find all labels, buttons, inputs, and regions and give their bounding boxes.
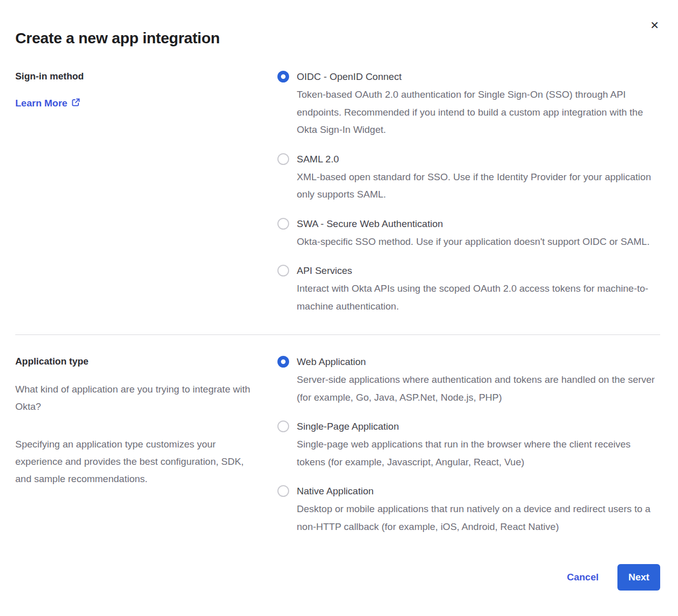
option-label-web-application: Web Application <box>297 355 660 368</box>
option-desc-native-application: Desktop or mobile applications that run … <box>297 500 660 536</box>
application-type-explanation: Specifying an application type customize… <box>15 436 260 488</box>
radio-saml[interactable] <box>277 153 289 165</box>
learn-more-link[interactable]: Learn More <box>15 97 80 109</box>
page-title: Create a new app integration <box>15 30 660 47</box>
option-desc-saml: XML-based open standard for SSO. Use if … <box>297 169 660 204</box>
radio-swa[interactable] <box>277 218 289 230</box>
section-application-type: Application type What kind of applicatio… <box>15 355 660 536</box>
close-icon: ✕ <box>650 19 659 31</box>
radio-option-single-page-application[interactable]: Single-Page Application Single-page web … <box>277 420 660 471</box>
application-type-heading: Application type <box>15 355 260 368</box>
cancel-button[interactable]: Cancel <box>567 572 599 583</box>
option-desc-swa: Okta-specific SSO method. Use if your ap… <box>297 233 660 251</box>
create-app-integration-dialog: ✕ Create a new app integration Sign-in m… <box>0 0 678 616</box>
option-label-swa: SWA - Secure Web Authentication <box>297 217 660 230</box>
radio-oidc[interactable] <box>277 71 289 82</box>
option-label-oidc: OIDC - OpenID Connect <box>297 70 660 83</box>
option-desc-single-page-application: Single-page web applications that run in… <box>297 436 660 471</box>
option-label-api-services: API Services <box>297 264 660 277</box>
radio-option-swa[interactable]: SWA - Secure Web Authentication Okta-spe… <box>277 217 660 251</box>
application-type-question: What kind of application are you trying … <box>15 381 260 415</box>
application-type-left-column: Application type What kind of applicatio… <box>15 355 260 488</box>
external-link-icon <box>71 98 80 109</box>
next-button[interactable]: Next <box>617 564 660 591</box>
radio-web-application[interactable] <box>277 356 289 368</box>
radio-single-page-application[interactable] <box>277 421 289 432</box>
close-button[interactable]: ✕ <box>646 17 663 34</box>
radio-option-web-application[interactable]: Web Application Server-side applications… <box>277 355 660 406</box>
section-divider <box>15 334 660 335</box>
learn-more-label: Learn More <box>15 98 67 109</box>
section-sign-in-method: Sign-in method Learn More OIDC - OpenID … <box>15 70 660 315</box>
radio-option-saml[interactable]: SAML 2.0 XML-based open standard for SSO… <box>277 153 660 204</box>
dialog-footer: Cancel Next <box>15 564 660 591</box>
radio-api-services[interactable] <box>277 265 289 276</box>
sign-in-method-heading: Sign-in method <box>15 70 260 82</box>
option-label-saml: SAML 2.0 <box>297 153 660 165</box>
application-type-options: Web Application Server-side applications… <box>277 355 660 536</box>
radio-native-application[interactable] <box>277 485 289 497</box>
sign-in-method-options: OIDC - OpenID Connect Token-based OAuth … <box>277 70 660 315</box>
radio-option-native-application[interactable]: Native Application Desktop or mobile app… <box>277 485 660 536</box>
option-desc-oidc: Token-based OAuth 2.0 authentication for… <box>297 86 660 139</box>
radio-option-api-services[interactable]: API Services Interact with Okta APIs usi… <box>277 264 660 315</box>
option-desc-web-application: Server-side applications where authentic… <box>297 371 660 406</box>
radio-option-oidc[interactable]: OIDC - OpenID Connect Token-based OAuth … <box>277 70 660 139</box>
option-desc-api-services: Interact with Okta APIs using the scoped… <box>297 280 660 315</box>
option-label-single-page-application: Single-Page Application <box>297 420 660 433</box>
sign-in-method-left-column: Sign-in method Learn More <box>15 70 260 109</box>
option-label-native-application: Native Application <box>297 485 660 497</box>
